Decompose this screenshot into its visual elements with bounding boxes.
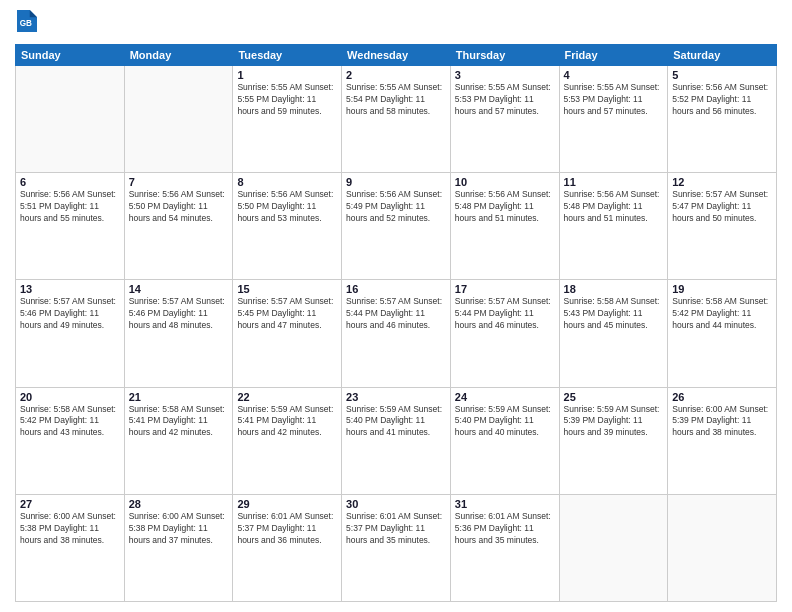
day-detail: Sunrise: 5:57 AM Sunset: 5:45 PM Dayligh… <box>237 296 337 332</box>
day-detail: Sunrise: 5:56 AM Sunset: 5:52 PM Dayligh… <box>672 82 772 118</box>
calendar-cell: 31Sunrise: 6:01 AM Sunset: 5:36 PM Dayli… <box>450 494 559 601</box>
calendar-cell: 21Sunrise: 5:58 AM Sunset: 5:41 PM Dayli… <box>124 387 233 494</box>
day-detail: Sunrise: 5:58 AM Sunset: 5:42 PM Dayligh… <box>20 404 120 440</box>
calendar-cell: 8Sunrise: 5:56 AM Sunset: 5:50 PM Daylig… <box>233 173 342 280</box>
svg-marker-1 <box>30 10 37 17</box>
calendar-cell: 5Sunrise: 5:56 AM Sunset: 5:52 PM Daylig… <box>668 66 777 173</box>
week-row-1: 1Sunrise: 5:55 AM Sunset: 5:55 PM Daylig… <box>16 66 777 173</box>
day-detail: Sunrise: 5:57 AM Sunset: 5:46 PM Dayligh… <box>129 296 229 332</box>
calendar-cell: 18Sunrise: 5:58 AM Sunset: 5:43 PM Dayli… <box>559 280 668 387</box>
day-detail: Sunrise: 5:57 AM Sunset: 5:44 PM Dayligh… <box>455 296 555 332</box>
day-number: 29 <box>237 498 337 510</box>
calendar-cell: 6Sunrise: 5:56 AM Sunset: 5:51 PM Daylig… <box>16 173 125 280</box>
logo: GB <box>15 10 39 36</box>
calendar-cell: 27Sunrise: 6:00 AM Sunset: 5:38 PM Dayli… <box>16 494 125 601</box>
calendar-cell <box>668 494 777 601</box>
calendar-cell <box>16 66 125 173</box>
day-detail: Sunrise: 5:56 AM Sunset: 5:48 PM Dayligh… <box>455 189 555 225</box>
calendar-cell: 17Sunrise: 5:57 AM Sunset: 5:44 PM Dayli… <box>450 280 559 387</box>
day-number: 4 <box>564 69 664 81</box>
week-row-4: 20Sunrise: 5:58 AM Sunset: 5:42 PM Dayli… <box>16 387 777 494</box>
day-number: 13 <box>20 283 120 295</box>
week-row-3: 13Sunrise: 5:57 AM Sunset: 5:46 PM Dayli… <box>16 280 777 387</box>
day-detail: Sunrise: 5:59 AM Sunset: 5:40 PM Dayligh… <box>455 404 555 440</box>
calendar-cell: 9Sunrise: 5:56 AM Sunset: 5:49 PM Daylig… <box>342 173 451 280</box>
calendar-cell: 19Sunrise: 5:58 AM Sunset: 5:42 PM Dayli… <box>668 280 777 387</box>
day-header-sunday: Sunday <box>16 45 125 66</box>
day-header-friday: Friday <box>559 45 668 66</box>
day-number: 15 <box>237 283 337 295</box>
day-detail: Sunrise: 5:56 AM Sunset: 5:48 PM Dayligh… <box>564 189 664 225</box>
day-detail: Sunrise: 5:55 AM Sunset: 5:53 PM Dayligh… <box>564 82 664 118</box>
calendar-cell: 28Sunrise: 6:00 AM Sunset: 5:38 PM Dayli… <box>124 494 233 601</box>
svg-text:GB: GB <box>20 19 32 28</box>
day-detail: Sunrise: 5:57 AM Sunset: 5:44 PM Dayligh… <box>346 296 446 332</box>
day-detail: Sunrise: 5:59 AM Sunset: 5:40 PM Dayligh… <box>346 404 446 440</box>
day-detail: Sunrise: 5:56 AM Sunset: 5:50 PM Dayligh… <box>237 189 337 225</box>
day-detail: Sunrise: 5:56 AM Sunset: 5:51 PM Dayligh… <box>20 189 120 225</box>
day-detail: Sunrise: 6:01 AM Sunset: 5:37 PM Dayligh… <box>237 511 337 547</box>
day-detail: Sunrise: 5:58 AM Sunset: 5:43 PM Dayligh… <box>564 296 664 332</box>
calendar-cell: 4Sunrise: 5:55 AM Sunset: 5:53 PM Daylig… <box>559 66 668 173</box>
calendar-cell <box>559 494 668 601</box>
day-number: 31 <box>455 498 555 510</box>
day-detail: Sunrise: 5:56 AM Sunset: 5:49 PM Dayligh… <box>346 189 446 225</box>
day-number: 12 <box>672 176 772 188</box>
header: GB <box>15 10 777 36</box>
calendar-cell: 20Sunrise: 5:58 AM Sunset: 5:42 PM Dayli… <box>16 387 125 494</box>
calendar-cell: 22Sunrise: 5:59 AM Sunset: 5:41 PM Dayli… <box>233 387 342 494</box>
day-number: 8 <box>237 176 337 188</box>
day-number: 6 <box>20 176 120 188</box>
day-detail: Sunrise: 5:55 AM Sunset: 5:55 PM Dayligh… <box>237 82 337 118</box>
week-row-2: 6Sunrise: 5:56 AM Sunset: 5:51 PM Daylig… <box>16 173 777 280</box>
day-number: 14 <box>129 283 229 295</box>
calendar-cell: 24Sunrise: 5:59 AM Sunset: 5:40 PM Dayli… <box>450 387 559 494</box>
calendar-cell: 12Sunrise: 5:57 AM Sunset: 5:47 PM Dayli… <box>668 173 777 280</box>
day-detail: Sunrise: 5:58 AM Sunset: 5:42 PM Dayligh… <box>672 296 772 332</box>
calendar-cell: 3Sunrise: 5:55 AM Sunset: 5:53 PM Daylig… <box>450 66 559 173</box>
day-number: 26 <box>672 391 772 403</box>
day-detail: Sunrise: 6:00 AM Sunset: 5:39 PM Dayligh… <box>672 404 772 440</box>
day-number: 7 <box>129 176 229 188</box>
day-number: 17 <box>455 283 555 295</box>
day-detail: Sunrise: 5:57 AM Sunset: 5:47 PM Dayligh… <box>672 189 772 225</box>
week-row-5: 27Sunrise: 6:00 AM Sunset: 5:38 PM Dayli… <box>16 494 777 601</box>
day-number: 2 <box>346 69 446 81</box>
day-number: 1 <box>237 69 337 81</box>
calendar-page: GB SundayMondayTuesdayWednesdayThursdayF… <box>0 0 792 612</box>
day-header-monday: Monday <box>124 45 233 66</box>
day-number: 10 <box>455 176 555 188</box>
day-number: 16 <box>346 283 446 295</box>
day-number: 19 <box>672 283 772 295</box>
day-detail: Sunrise: 6:00 AM Sunset: 5:38 PM Dayligh… <box>129 511 229 547</box>
calendar-header-row: SundayMondayTuesdayWednesdayThursdayFrid… <box>16 45 777 66</box>
calendar-cell: 13Sunrise: 5:57 AM Sunset: 5:46 PM Dayli… <box>16 280 125 387</box>
day-number: 18 <box>564 283 664 295</box>
day-number: 24 <box>455 391 555 403</box>
day-detail: Sunrise: 5:57 AM Sunset: 5:46 PM Dayligh… <box>20 296 120 332</box>
day-number: 27 <box>20 498 120 510</box>
calendar-table: SundayMondayTuesdayWednesdayThursdayFrid… <box>15 44 777 602</box>
day-number: 11 <box>564 176 664 188</box>
calendar-cell: 26Sunrise: 6:00 AM Sunset: 5:39 PM Dayli… <box>668 387 777 494</box>
calendar-cell: 11Sunrise: 5:56 AM Sunset: 5:48 PM Dayli… <box>559 173 668 280</box>
calendar-cell: 1Sunrise: 5:55 AM Sunset: 5:55 PM Daylig… <box>233 66 342 173</box>
day-header-thursday: Thursday <box>450 45 559 66</box>
day-number: 5 <box>672 69 772 81</box>
day-number: 23 <box>346 391 446 403</box>
day-header-wednesday: Wednesday <box>342 45 451 66</box>
day-detail: Sunrise: 5:55 AM Sunset: 5:53 PM Dayligh… <box>455 82 555 118</box>
day-number: 9 <box>346 176 446 188</box>
calendar-cell: 25Sunrise: 5:59 AM Sunset: 5:39 PM Dayli… <box>559 387 668 494</box>
day-detail: Sunrise: 6:00 AM Sunset: 5:38 PM Dayligh… <box>20 511 120 547</box>
calendar-cell: 23Sunrise: 5:59 AM Sunset: 5:40 PM Dayli… <box>342 387 451 494</box>
day-number: 30 <box>346 498 446 510</box>
calendar-cell: 29Sunrise: 6:01 AM Sunset: 5:37 PM Dayli… <box>233 494 342 601</box>
day-number: 20 <box>20 391 120 403</box>
day-header-tuesday: Tuesday <box>233 45 342 66</box>
day-number: 28 <box>129 498 229 510</box>
calendar-cell: 16Sunrise: 5:57 AM Sunset: 5:44 PM Dayli… <box>342 280 451 387</box>
day-detail: Sunrise: 5:59 AM Sunset: 5:41 PM Dayligh… <box>237 404 337 440</box>
day-header-saturday: Saturday <box>668 45 777 66</box>
day-detail: Sunrise: 6:01 AM Sunset: 5:37 PM Dayligh… <box>346 511 446 547</box>
